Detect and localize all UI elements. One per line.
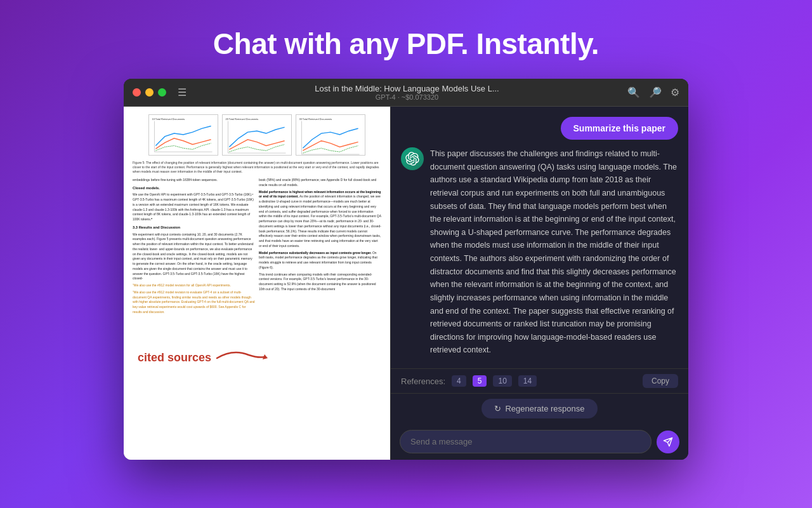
ref-badge-5[interactable]: 5 [473, 375, 487, 387]
send-button[interactable] [657, 431, 679, 453]
pdf-para-results: We experiment with input contexts contai… [133, 232, 255, 282]
ref-badge-10[interactable]: 10 [493, 375, 511, 387]
references-label: References: [401, 377, 445, 386]
pdf-col-left: embeddings before fine-tuning with 16384… [133, 178, 255, 317]
copy-button[interactable]: Copy [643, 374, 678, 388]
chat-input[interactable] [400, 430, 652, 453]
pdf-chart-3: 30 Total Retrieved Documents [296, 114, 365, 156]
pdf-para-closed: We use the OpenAI API to experiment with… [133, 192, 255, 222]
app-window: ☰ Lost in the Middle: How Language Model… [124, 79, 688, 460]
maximize-button[interactable] [158, 88, 166, 97]
pdf-para-right-2: Model performance substantially decrease… [259, 251, 381, 271]
ref-badge-4[interactable]: 4 [452, 375, 466, 387]
cited-sources-arrow [214, 345, 271, 371]
pdf-heading-results: 3.3 Results and Discussion [133, 225, 255, 231]
cited-sources-text: cited sources [138, 352, 211, 364]
chat-input-bar [391, 424, 688, 460]
pdf-para-1: embeddings before fine-tuning with 16384… [133, 178, 255, 183]
settings-icon[interactable]: ⚙ [671, 86, 679, 98]
cited-sources-annotation: cited sources [138, 345, 271, 371]
hero-title: Chat with any PDF. Instantly. [0, 0, 812, 79]
pdf-para-api: "We also use the #912 model revision for… [133, 283, 255, 288]
pdf-panel: 10 Total Retrieved Documents 20 Total Re… [124, 107, 390, 460]
summarize-button-wrapper: Summarize this paper [401, 117, 678, 140]
svg-text:10 Total Retrieved Documents: 10 Total Retrieved Documents [152, 117, 185, 121]
ai-response-text: This paper discusses the challenges and … [430, 147, 678, 357]
pdf-charts-row: 10 Total Retrieved Documents 20 Total Re… [133, 114, 381, 156]
traffic-lights [133, 88, 166, 97]
send-icon [663, 437, 673, 447]
pdf-col-right: book (58%) and oracle (88%) performance;… [259, 178, 381, 317]
regenerate-bar: ↻ Regenerate response [391, 394, 688, 424]
minimize-button[interactable] [145, 88, 154, 97]
zoom-in-icon[interactable]: 🔎 [649, 86, 662, 98]
zoom-out-icon[interactable]: 🔍 [627, 86, 640, 98]
summarize-button[interactable]: Summarize this paper [561, 117, 679, 140]
toolbar-icons: 🔍 🔎 ⚙ [627, 86, 679, 98]
svg-text:30 Total Retrieved Documents: 30 Total Retrieved Documents [299, 117, 332, 121]
pdf-chart-2: 20 Total Retrieved Documents [222, 114, 292, 156]
title-info: Lost in the Middle: How Language Models … [193, 84, 621, 101]
pdf-para-api2: "We also use the #912 model revision to … [133, 290, 255, 315]
svg-text:20 Total Retrieved Documents: 20 Total Retrieved Documents [226, 117, 259, 121]
regenerate-label: Regenerate response [505, 404, 584, 413]
regenerate-icon: ↻ [494, 404, 501, 413]
pdf-para-right-1: book (58%) and oracle (88%) performance;… [259, 178, 381, 188]
pdf-figure-caption: Figure 5: The effect of changing the pos… [133, 161, 381, 174]
chat-messages: Summarize this paper This paper discusse… [391, 107, 688, 368]
references-bar: References: 4 5 10 14 Copy [391, 368, 688, 394]
chat-panel: Summarize this paper This paper discusse… [391, 107, 688, 460]
pdf-heading-closed: Closed models. [133, 185, 255, 191]
main-content: 10 Total Retrieved Documents 20 Total Re… [124, 107, 688, 460]
ai-avatar [401, 147, 424, 170]
title-bar: ☰ Lost in the Middle: How Language Model… [124, 79, 688, 107]
filename-label: Lost in the Middle: How Language Models … [315, 84, 499, 93]
title-meta: GPT-4 · ~$0.073320 [376, 93, 438, 101]
regenerate-button[interactable]: ↻ Regenerate response [481, 399, 597, 418]
pdf-page: 10 Total Retrieved Documents 20 Total Re… [124, 107, 390, 460]
pdf-text-cols: embeddings before fine-tuning with 16384… [133, 178, 381, 317]
sidebar-icon[interactable]: ☰ [178, 86, 187, 98]
close-button[interactable] [133, 88, 141, 97]
ref-badge-14[interactable]: 14 [518, 375, 537, 387]
pdf-para-right-3: This trend continues when comparing mode… [259, 272, 381, 292]
pdf-para-right-highlight: Model performance is highest when releva… [259, 190, 381, 249]
ai-message: This paper discusses the challenges and … [401, 147, 678, 357]
pdf-chart-1: 10 Total Retrieved Documents [148, 114, 218, 156]
